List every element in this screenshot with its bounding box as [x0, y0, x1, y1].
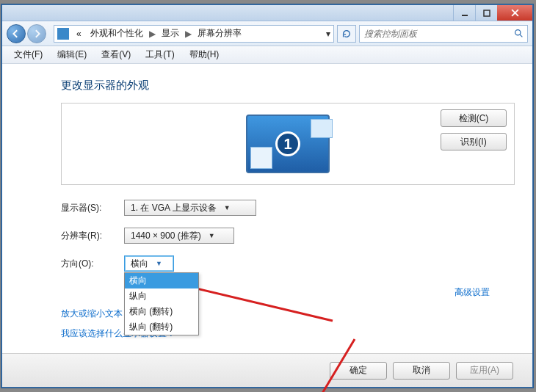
search-box[interactable]: [359, 25, 528, 43]
monitor-thumbnail[interactable]: 1: [246, 115, 330, 173]
minimize-button[interactable]: [453, 5, 475, 21]
chevron-down-icon: ▼: [209, 232, 215, 239]
svg-rect-1: [484, 10, 490, 16]
window-icon: [250, 147, 272, 169]
ok-button[interactable]: 确定: [330, 362, 387, 380]
svg-point-4: [515, 30, 520, 35]
nav-forward-button[interactable]: [27, 24, 46, 43]
nav-row: « 外观和个性化 ▶ 显示 ▶ 屏幕分辨率 ▾: [2, 21, 532, 46]
chevron-down-icon: ▼: [156, 260, 162, 267]
refresh-button[interactable]: [337, 25, 356, 43]
menu-help[interactable]: 帮助(H): [182, 48, 227, 61]
display-value: 1. 在 VGA 上显示设备: [131, 202, 217, 214]
menu-bar: 文件(F) 编辑(E) 查看(V) 工具(T) 帮助(H): [2, 46, 532, 64]
orientation-dropdown[interactable]: 横向 ▼ 横向 纵向 横向 (翻转) 纵向 (翻转): [124, 255, 174, 272]
search-icon[interactable]: [510, 26, 527, 42]
control-panel-window: « 外观和个性化 ▶ 显示 ▶ 屏幕分辨率 ▾ 文件(F) 编辑(E) 查看(V…: [1, 4, 533, 388]
resolution-dropdown[interactable]: 1440 × 900 (推荐) ▼: [124, 228, 234, 244]
detect-button[interactable]: 检测(C): [441, 109, 507, 127]
close-button[interactable]: [497, 5, 532, 21]
control-panel-icon: [57, 28, 69, 40]
svg-rect-0: [462, 15, 468, 16]
menu-file[interactable]: 文件(F): [7, 48, 50, 61]
orientation-option[interactable]: 横向 (翻转): [125, 304, 198, 319]
address-dropdown-icon[interactable]: ▾: [323, 29, 333, 39]
resolution-label: 分辨率(R):: [61, 230, 124, 242]
address-bar[interactable]: « 外观和个性化 ▶ 显示 ▶ 屏幕分辨率 ▾: [54, 25, 334, 43]
svg-line-5: [520, 35, 522, 37]
orientation-option[interactable]: 纵向 (翻转): [125, 319, 198, 335]
dialog-footer: 确定 取消 应用(A): [2, 353, 532, 387]
window-titlebar: [2, 5, 532, 21]
orientation-option[interactable]: 横向: [125, 273, 198, 288]
breadcrumb-appearance[interactable]: 外观和个性化: [86, 27, 148, 40]
breadcrumb-display[interactable]: 显示: [157, 27, 184, 40]
cancel-button[interactable]: 取消: [393, 362, 450, 380]
monitor-number-badge: 1: [275, 131, 300, 156]
breadcrumb-root[interactable]: «: [72, 29, 86, 39]
identify-button[interactable]: 识别(I): [441, 133, 507, 150]
display-label: 显示器(S):: [61, 202, 124, 214]
window-icon: [311, 119, 333, 138]
orientation-option[interactable]: 纵向: [125, 288, 198, 304]
chevron-down-icon: ▼: [224, 204, 231, 211]
orientation-value: 横向: [131, 258, 148, 270]
page-title: 更改显示器的外观: [61, 79, 515, 92]
monitor-preview-box: 1 检测(C) 识别(I): [61, 103, 515, 185]
menu-view[interactable]: 查看(V): [94, 48, 138, 61]
menu-edit[interactable]: 编辑(E): [50, 48, 94, 61]
resolution-value: 1440 × 900 (推荐): [131, 230, 201, 242]
chevron-right-icon: ▶: [148, 29, 157, 39]
orientation-label: 方向(O):: [61, 258, 124, 270]
breadcrumb-resolution[interactable]: 屏幕分辨率: [193, 27, 246, 40]
chevron-right-icon: ▶: [184, 29, 193, 39]
maximize-button[interactable]: [475, 5, 497, 21]
menu-tools[interactable]: 工具(T): [138, 48, 181, 61]
search-input[interactable]: [360, 29, 510, 39]
display-dropdown[interactable]: 1. 在 VGA 上显示设备 ▼: [124, 200, 256, 216]
apply-button[interactable]: 应用(A): [456, 362, 513, 380]
nav-back-button[interactable]: [7, 24, 26, 43]
orientation-dropdown-list: 横向 纵向 横向 (翻转) 纵向 (翻转): [124, 272, 199, 335]
content-area: 更改显示器的外观 1 检测(C) 识别(I) 显示器(S): 1. 在 VGA …: [2, 64, 532, 353]
